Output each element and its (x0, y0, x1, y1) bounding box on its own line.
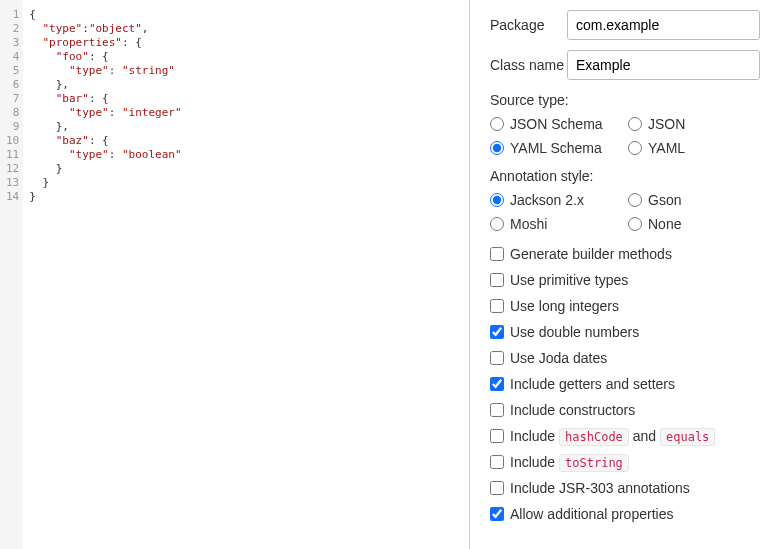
code-tag: hashCode (559, 428, 629, 446)
source-type-title: Source type: (490, 92, 760, 108)
option-checkbox[interactable] (490, 273, 504, 287)
classname-row: Class name (490, 50, 760, 80)
option-getset[interactable]: Include getters and setters (490, 376, 760, 392)
options-panel: Package Class name Source type: JSON Sch… (470, 0, 770, 549)
code-tag: equals (660, 428, 715, 446)
radio-label: JSON (648, 116, 685, 132)
radio-label: YAML Schema (510, 140, 602, 156)
package-label: Package (490, 17, 567, 33)
radio-label: JSON Schema (510, 116, 603, 132)
source-type-radio[interactable] (628, 117, 642, 131)
option-label: Include getters and setters (510, 376, 675, 392)
annotation-group: Jackson 2.xGsonMoshiNone (490, 192, 760, 232)
code-editor-pane: 1 2 3 4 5 6 7 8 9 10 11 12 13 14 { "type… (0, 0, 470, 549)
option-addlprops[interactable]: Allow additional properties (490, 506, 760, 522)
options-list: Generate builder methodsUse primitive ty… (490, 246, 760, 522)
option-joda[interactable]: Use Joda dates (490, 350, 760, 366)
option-hashcode[interactable]: Include hashCode and equals (490, 428, 760, 444)
option-tostring[interactable]: Include toString (490, 454, 760, 470)
source-type-radio[interactable] (490, 117, 504, 131)
annotation-radio[interactable] (628, 217, 642, 231)
annotation-radio[interactable] (490, 217, 504, 231)
radio-label: Gson (648, 192, 681, 208)
option-checkbox[interactable] (490, 247, 504, 261)
annotation-gson[interactable]: Gson (628, 192, 681, 208)
option-checkbox[interactable] (490, 507, 504, 521)
radio-label: None (648, 216, 681, 232)
option-label: Generate builder methods (510, 246, 672, 262)
option-checkbox[interactable] (490, 325, 504, 339)
package-input[interactable] (567, 10, 760, 40)
option-checkbox[interactable] (490, 481, 504, 495)
annotation-jackson-2-x[interactable]: Jackson 2.x (490, 192, 610, 208)
annotation-radio[interactable] (490, 193, 504, 207)
option-label: Include constructors (510, 402, 635, 418)
code-editor[interactable]: { "type":"object", "properties": { "foo"… (23, 0, 189, 549)
radio-label: YAML (648, 140, 685, 156)
option-double[interactable]: Use double numbers (490, 324, 760, 340)
option-builder[interactable]: Generate builder methods (490, 246, 760, 262)
option-checkbox[interactable] (490, 351, 504, 365)
option-label: Use double numbers (510, 324, 639, 340)
option-label: Allow additional properties (510, 506, 673, 522)
option-label: Include toString (510, 454, 629, 470)
option-primitive[interactable]: Use primitive types (490, 272, 760, 288)
code-tag: toString (559, 454, 629, 472)
source-type-radio[interactable] (490, 141, 504, 155)
source-type-yaml-schema[interactable]: YAML Schema (490, 140, 610, 156)
package-row: Package (490, 10, 760, 40)
option-label: Use Joda dates (510, 350, 607, 366)
line-number-gutter: 1 2 3 4 5 6 7 8 9 10 11 12 13 14 (0, 0, 23, 549)
source-type-radio[interactable] (628, 141, 642, 155)
option-ctor[interactable]: Include constructors (490, 402, 760, 418)
annotation-radio[interactable] (628, 193, 642, 207)
annotation-moshi[interactable]: Moshi (490, 216, 610, 232)
option-checkbox[interactable] (490, 299, 504, 313)
annotation-none[interactable]: None (628, 216, 681, 232)
radio-label: Jackson 2.x (510, 192, 584, 208)
option-checkbox[interactable] (490, 377, 504, 391)
source-type-json-schema[interactable]: JSON Schema (490, 116, 610, 132)
option-checkbox[interactable] (490, 403, 504, 417)
option-checkbox[interactable] (490, 429, 504, 443)
option-label: Include hashCode and equals (510, 428, 715, 444)
classname-label: Class name (490, 57, 567, 73)
source-type-yaml[interactable]: YAML (628, 140, 685, 156)
annotation-title: Annotation style: (490, 168, 760, 184)
classname-input[interactable] (567, 50, 760, 80)
option-label: Use primitive types (510, 272, 628, 288)
option-checkbox[interactable] (490, 455, 504, 469)
option-jsr303[interactable]: Include JSR-303 annotations (490, 480, 760, 496)
source-type-group: JSON SchemaJSONYAML SchemaYAML (490, 116, 760, 156)
option-long[interactable]: Use long integers (490, 298, 760, 314)
source-type-json[interactable]: JSON (628, 116, 685, 132)
option-label: Use long integers (510, 298, 619, 314)
radio-label: Moshi (510, 216, 547, 232)
option-label: Include JSR-303 annotations (510, 480, 690, 496)
